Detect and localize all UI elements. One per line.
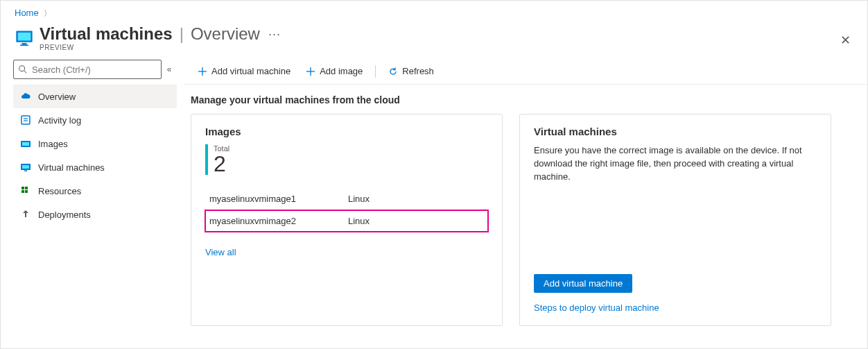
- sidebar-item-label: Resources: [38, 186, 81, 196]
- preview-badge: PREVIEW: [40, 44, 281, 51]
- chevron-right-icon: 〉: [44, 9, 51, 17]
- toolbar-label: Refresh: [402, 66, 434, 76]
- page-header: Virtual machines | Overview ··· PREVIEW …: [1, 22, 867, 58]
- sidebar-item-label: Images: [38, 139, 68, 149]
- collapse-sidebar-button[interactable]: «: [162, 65, 177, 74]
- sidebar-item-label: Overview: [38, 92, 76, 102]
- card-title: Images: [205, 126, 488, 137]
- sidebar-item-virtual-machines[interactable]: Virtual machines: [13, 155, 177, 179]
- refresh-button[interactable]: Refresh: [381, 61, 441, 82]
- virtual-machine-icon: [15, 28, 34, 48]
- table-row[interactable]: myaselinuxvmimage1Linux: [205, 188, 488, 210]
- svg-point-4: [19, 66, 25, 71]
- sidebar-item-activity-log[interactable]: Activity log: [13, 108, 177, 132]
- svg-rect-17: [25, 190, 28, 193]
- resources-icon: [20, 185, 31, 196]
- svg-rect-14: [21, 187, 24, 189]
- image-os-cell: Linux: [344, 210, 488, 232]
- sidebar-item-label: Deployments: [38, 210, 91, 220]
- more-menu-icon[interactable]: ···: [268, 27, 281, 42]
- add-vm-primary-button[interactable]: Add virtual machine: [534, 274, 632, 293]
- total-value: 2: [214, 153, 229, 175]
- add-image-button[interactable]: Add image: [299, 61, 370, 82]
- vm-icon: [20, 162, 31, 173]
- toolbar: Add virtual machine Add image Refresh: [184, 58, 867, 85]
- accent-bar: [205, 144, 208, 175]
- cloud-icon: [20, 91, 31, 102]
- refresh-icon: [388, 67, 398, 76]
- vm-description: Ensure you have the correct image is ava…: [534, 144, 817, 184]
- svg-rect-15: [25, 187, 28, 189]
- breadcrumb-home[interactable]: Home: [15, 8, 39, 18]
- svg-line-5: [24, 71, 27, 74]
- image-name-cell: myaselinuxvmimage2: [205, 210, 344, 232]
- svg-rect-3: [20, 44, 28, 46]
- svg-rect-10: [22, 142, 29, 146]
- svg-rect-16: [21, 190, 24, 193]
- page-subtitle: Overview: [191, 24, 260, 44]
- images-icon: [20, 138, 31, 149]
- main-content: Add virtual machine Add image Refresh Ma…: [181, 58, 867, 326]
- sidebar-item-label: Virtual machines: [38, 162, 105, 173]
- activity-log-icon: [20, 114, 31, 126]
- deployments-icon: [20, 209, 31, 220]
- plus-icon: [198, 67, 207, 76]
- images-card: Images Total 2 myaselinuxvmimage1Linuxmy…: [191, 114, 503, 326]
- toolbar-label: Add image: [320, 66, 363, 76]
- view-all-link[interactable]: View all: [205, 247, 236, 257]
- svg-rect-2: [22, 43, 27, 44]
- svg-rect-13: [24, 171, 27, 172]
- svg-rect-6: [21, 116, 30, 124]
- toolbar-separator: [375, 65, 376, 78]
- images-table: myaselinuxvmimage1Linuxmyaselinuxvmimage…: [205, 187, 488, 232]
- image-os-cell: Linux: [344, 188, 488, 210]
- sidebar-item-images[interactable]: Images: [13, 132, 177, 155]
- search-box[interactable]: [13, 60, 162, 79]
- toolbar-label: Add virtual machine: [211, 66, 290, 76]
- svg-rect-1: [18, 33, 31, 41]
- deploy-steps-link[interactable]: Steps to deploy virtual machine: [534, 303, 659, 313]
- sidebar: « Overview Activity log Images: [1, 58, 181, 326]
- table-row[interactable]: myaselinuxvmimage2Linux: [205, 210, 488, 232]
- vm-card: Virtual machines Ensure you have the cor…: [519, 114, 831, 326]
- close-button[interactable]: ✕: [840, 33, 851, 48]
- add-vm-button[interactable]: Add virtual machine: [191, 61, 297, 82]
- search-input[interactable]: [32, 65, 157, 75]
- page-title: Virtual machines: [40, 24, 173, 44]
- search-icon: [18, 65, 28, 74]
- total-count: Total 2: [205, 144, 488, 175]
- card-title: Virtual machines: [534, 126, 817, 137]
- plus-icon: [306, 67, 315, 76]
- sidebar-item-overview[interactable]: Overview: [13, 85, 177, 108]
- image-name-cell: myaselinuxvmimage1: [205, 188, 344, 210]
- breadcrumb: Home 〉: [1, 1, 867, 22]
- section-title: Manage your virtual machines from the cl…: [184, 85, 867, 114]
- sidebar-item-resources[interactable]: Resources: [13, 179, 177, 203]
- svg-rect-12: [22, 165, 29, 169]
- sidebar-item-label: Activity log: [38, 115, 81, 126]
- sidebar-item-deployments[interactable]: Deployments: [13, 203, 177, 226]
